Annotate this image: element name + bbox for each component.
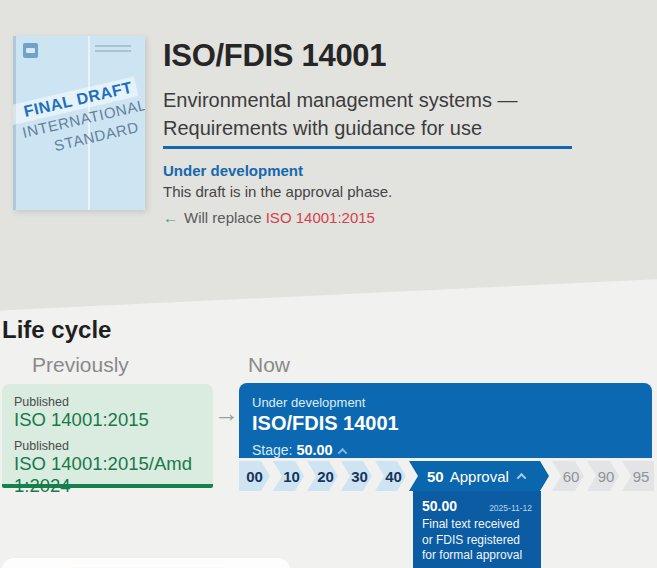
stage-value: 50.00 xyxy=(296,442,332,458)
divider-rule xyxy=(163,146,572,149)
stage-chevron-30[interactable]: 30 xyxy=(341,461,372,491)
previous-standard-link[interactable]: ISO 14001:2015 xyxy=(14,409,201,431)
current-stage-name: Approval xyxy=(450,468,509,485)
stage-detail-code: 50.00 xyxy=(422,498,457,514)
stage-detail-current: 50.00 2025-11-12 Final text received or … xyxy=(413,491,541,568)
now-status-label: Under development xyxy=(252,395,639,410)
list-item: Published ISO 14001:2015/Amd 1:2024 xyxy=(14,439,201,497)
cover-text: FINAL DRAFT INTERNATIONAL STANDARD xyxy=(13,72,145,164)
stage-detail-panel: 50.00 2025-11-12 Final text received or … xyxy=(413,491,541,568)
under-development-link[interactable]: Under development xyxy=(163,162,303,179)
stage-label: Stage: xyxy=(252,442,292,458)
now-label: Now xyxy=(248,353,290,377)
stage-chevron-50-current[interactable]: 50 Approval xyxy=(409,461,549,491)
published-status-label: Published xyxy=(14,439,201,453)
chevron-up-icon xyxy=(516,472,526,482)
stage-chevron-20[interactable]: 20 xyxy=(307,461,338,491)
previously-label: Previously xyxy=(32,353,129,377)
previously-card: Published ISO 14001:2015 Published ISO 1… xyxy=(2,384,213,488)
stage-chevron-95[interactable]: 95 xyxy=(622,461,654,491)
list-item: Published ISO 14001:2015 xyxy=(14,395,201,431)
subtitle-line-1: Environmental management systems — xyxy=(163,86,518,114)
replace-line: ←Will replace ISO 14001:2015 xyxy=(163,209,375,226)
current-stage-number: 50 xyxy=(427,468,444,485)
now-card: Under development ISO/FDIS 14001 Stage: … xyxy=(239,383,652,458)
replaced-standard-link[interactable]: ISO 14001:2015 xyxy=(266,209,375,226)
right-arrow-icon: → xyxy=(214,399,239,428)
stage-detail-date: 2025-11-12 xyxy=(489,503,532,513)
standard-subtitle: Environmental management systems — Requi… xyxy=(163,86,518,142)
stage-chevron-00[interactable]: 00 xyxy=(239,461,270,491)
chevron-up-icon xyxy=(337,448,347,458)
published-status-label: Published xyxy=(14,395,201,409)
now-standard-code: ISO/FDIS 14001 xyxy=(252,412,639,435)
stage-timeline: 00 10 20 30 40 50 Approval 60 90 95 xyxy=(239,461,655,491)
page-title: ISO/FDIS 14001 xyxy=(163,38,386,74)
iso-logo-icon xyxy=(23,43,38,58)
life-cycle-heading: Life cycle xyxy=(2,316,111,344)
phase-description: This draft is in the approval phase. xyxy=(163,183,392,200)
iso-standard-page: FINAL DRAFT INTERNATIONAL STANDARD ISO/F… xyxy=(0,0,657,568)
standard-cover-thumbnail: FINAL DRAFT INTERNATIONAL STANDARD xyxy=(13,36,145,210)
stage-chevron-90[interactable]: 90 xyxy=(587,461,619,491)
stage-toggle[interactable]: Stage: 50.00 xyxy=(252,442,639,458)
replace-text: Will replace xyxy=(184,209,262,226)
cover-header-lines xyxy=(95,45,131,55)
stage-chevron-40[interactable]: 40 xyxy=(375,461,406,491)
stage-chevron-60[interactable]: 60 xyxy=(552,461,584,491)
subtitle-line-2: Requirements with guidance for use xyxy=(163,114,518,142)
previous-amendment-link[interactable]: ISO 14001:2015/Amd 1:2024 xyxy=(14,453,201,497)
stage-chevron-10[interactable]: 10 xyxy=(273,461,304,491)
next-section-card xyxy=(2,558,290,568)
stage-detail-description: Final text received or FDIS registered f… xyxy=(422,517,532,564)
left-arrow-icon: ← xyxy=(163,209,178,226)
